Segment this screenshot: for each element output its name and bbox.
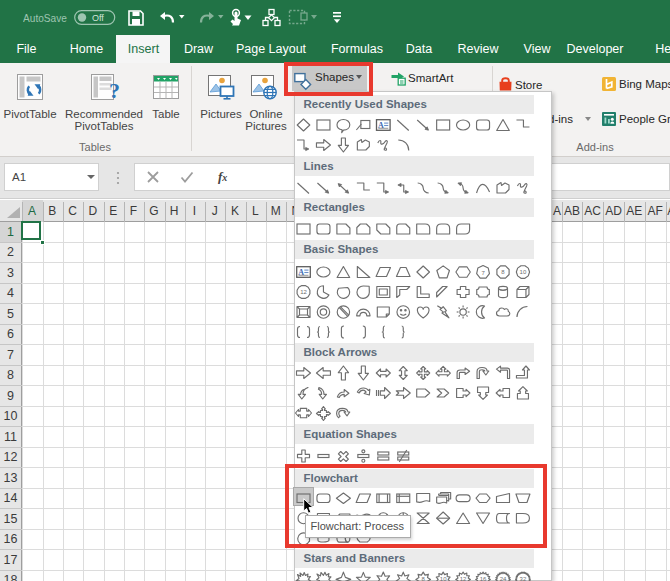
svg-text:32: 32 — [519, 576, 526, 581]
svg-text:12: 12 — [459, 576, 466, 581]
svg-text:16: 16 — [479, 576, 486, 581]
svg-text:10: 10 — [439, 576, 446, 581]
svg-text:24: 24 — [499, 576, 506, 581]
svg-text:8: 8 — [501, 269, 505, 275]
svg-text:8: 8 — [421, 576, 425, 581]
svg-text:7: 7 — [481, 270, 485, 276]
svg-text:12: 12 — [300, 289, 307, 295]
svg-text:Off: Off — [92, 13, 104, 23]
svg-text:?: ? — [109, 78, 120, 103]
svg-text:10: 10 — [519, 269, 526, 275]
